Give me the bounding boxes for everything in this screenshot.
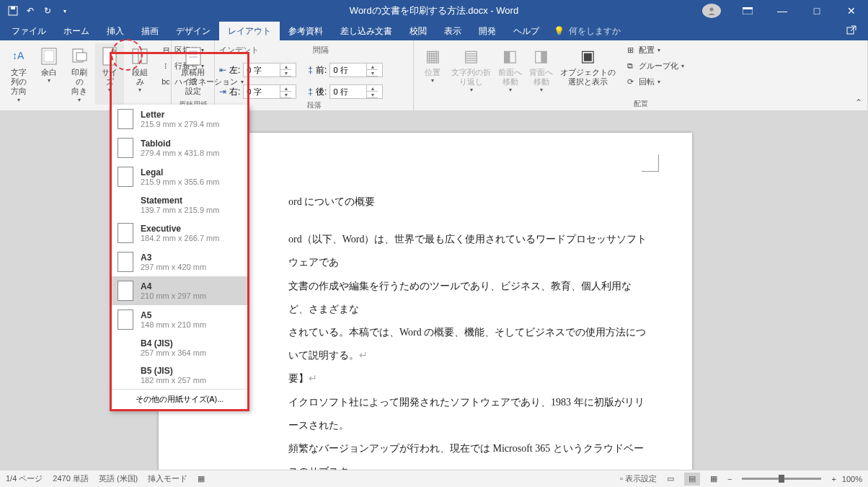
user-avatar[interactable] [702, 4, 721, 18]
page-size-dropdown: Letter215.9 mm x 279.4 mmTabloid279.4 mm… [110, 105, 249, 411]
status-bar: 1/4 ページ 2470 単語 英語 (米国) 挿入モード ▦ ▫ 表示設定 ▭… [0, 470, 868, 487]
spacing-after-icon: ‡ [308, 87, 313, 97]
position-button: ▦位置▾ [418, 43, 447, 95]
text-direction-button[interactable]: ↕A 文字列の 方向 ▾ [4, 43, 33, 105]
indent-right-icon: ⇥ [219, 87, 226, 97]
maximize-button[interactable]: □ [800, 0, 833, 22]
rotate-icon: ⟳ [624, 76, 636, 87]
chevron-down-icon: ▾ [78, 97, 81, 104]
menu-design[interactable]: デザイン [167, 22, 219, 40]
minimize-button[interactable]: — [766, 0, 799, 22]
indent-left-input[interactable]: ▲▼ [243, 63, 296, 77]
close-button[interactable]: ✕ [835, 0, 868, 22]
svg-rect-14 [186, 48, 200, 65]
size-button[interactable]: サイズ ▾ [95, 43, 124, 105]
repeat-icon[interactable]: ↻ [42, 5, 53, 17]
size-option-legal[interactable]: Legal215.9 mm x 355.6 mm [112, 162, 247, 191]
send-backward-button: ◨背面へ 移動▾ [526, 43, 556, 95]
size-option-b4jis[interactable]: B4 (JIS)257 mm x 364 mm [112, 334, 247, 361]
size-option-letter[interactable]: Letter215.9 mm x 279.4 mm [112, 105, 247, 133]
menu-mailings[interactable]: 差し込み文書 [332, 22, 401, 40]
size-option-b5jis[interactable]: B5 (JIS)182 mm x 257 mm [112, 361, 247, 389]
hyphenation-icon: bc [160, 76, 172, 87]
language-indicator[interactable]: 英語 (米国) [99, 473, 138, 484]
collapse-ribbon-icon[interactable]: ⌃ [855, 97, 862, 108]
menu-view[interactable]: 表示 [435, 22, 470, 40]
group-button: ⧉グループ化▾ [623, 59, 686, 72]
align-button[interactable]: ⊞配置▾ [623, 43, 686, 56]
macro-icon[interactable]: ▦ [198, 474, 205, 483]
svg-rect-4 [743, 7, 753, 9]
corner-mark [642, 154, 659, 172]
menu-draw[interactable]: 描画 [133, 22, 167, 40]
size-option-a4[interactable]: A4210 mm x 297 mm [112, 276, 247, 305]
menu-file[interactable]: ファイル [3, 22, 55, 40]
title-bar: ↶ ↻ ▾ Wordの文書を印刷する方法.docx - Word — □ ✕ [0, 0, 868, 22]
display-settings[interactable]: ▫ 表示設定 [620, 473, 657, 484]
qat-customize-icon[interactable]: ▾ [59, 5, 71, 17]
selection-pane-icon: ▣ [577, 45, 600, 68]
insert-mode[interactable]: 挿入モード [148, 473, 187, 484]
menu-bar: ファイル ホーム 挿入 描画 デザイン レイアウト 参考資料 差し込み文書 校閲… [0, 22, 868, 40]
indent-right-input[interactable]: ▲▼ [243, 84, 296, 99]
menu-insert[interactable]: 挿入 [98, 22, 133, 40]
share-button[interactable] [846, 25, 865, 38]
spacing-after-input[interactable]: ▲▼ [329, 84, 383, 99]
zoom-slider[interactable] [742, 478, 821, 480]
page-preview-icon [118, 109, 133, 129]
menu-review[interactable]: 校閲 [401, 22, 435, 40]
page-indicator[interactable]: 1/4 ページ [6, 473, 43, 484]
menu-help[interactable]: ヘルプ [505, 22, 548, 40]
tell-me[interactable]: 💡 何をしますか [554, 25, 621, 38]
size-option-a3[interactable]: A3297 mm x 420 mm [112, 247, 247, 276]
svg-rect-1 [11, 6, 15, 9]
orientation-button[interactable]: 印刷の 向き ▾ [65, 43, 94, 105]
word-count[interactable]: 2470 単語 [53, 473, 89, 484]
group-arrange-label: 配置 [418, 97, 863, 109]
size-option-executive[interactable]: Executive184.2 mm x 266.7 mm [112, 219, 247, 247]
rotate-button: ⟳回転▾ [623, 75, 686, 88]
size-option-statement[interactable]: Statement139.7 mm x 215.9 mm [112, 191, 247, 219]
menu-layout[interactable]: レイアウト [219, 22, 280, 40]
size-option-tabloid[interactable]: Tabloid279.4 mm x 431.8 mm [112, 133, 247, 162]
zoom-in-button[interactable]: + [831, 475, 836, 483]
text-direction-icon: ↕A [7, 45, 30, 68]
chevron-down-icon: ▾ [108, 87, 111, 94]
menu-home[interactable]: ホーム [55, 22, 98, 40]
manuscript-button[interactable]: 原稿用紙 設定 [176, 43, 210, 98]
chevron-down-icon: ▾ [138, 87, 141, 94]
svg-rect-13 [141, 49, 147, 63]
margins-button[interactable]: 余白 ▾ [35, 43, 63, 105]
web-layout-view[interactable]: ▦ [706, 473, 722, 486]
position-icon: ▦ [421, 45, 444, 68]
page-preview-icon [118, 167, 133, 187]
save-icon[interactable] [7, 5, 19, 17]
margins-icon [37, 45, 61, 68]
ribbon-display-icon[interactable] [731, 0, 764, 22]
spacing-before-input[interactable]: ▲▼ [329, 63, 383, 77]
orientation-icon [68, 45, 91, 68]
more-paper-sizes[interactable]: その他の用紙サイズ(A)... [112, 389, 247, 409]
page-preview-icon [118, 281, 133, 301]
menu-developer[interactable]: 開発 [470, 22, 505, 40]
align-icon: ⊞ [624, 44, 636, 56]
columns-button[interactable]: 段組み ▾ [125, 43, 154, 105]
zoom-level[interactable]: 100% [842, 475, 862, 483]
zoom-out-button[interactable]: − [727, 475, 732, 483]
undo-icon[interactable]: ↶ [25, 5, 36, 17]
page-preview-icon [118, 223, 133, 243]
size-option-a5[interactable]: A5148 mm x 210 mm [112, 305, 247, 334]
ribbon: ↕A 文字列の 方向 ▾ 余白 ▾ 印刷の 向き ▾ サイズ ▾ 段組み [0, 40, 868, 111]
menu-references[interactable]: 参考資料 [280, 22, 332, 40]
group-icon: ⧉ [624, 60, 636, 71]
page-preview-icon [118, 252, 133, 272]
selection-pane-button[interactable]: ▣オブジェクトの 選択と表示 [557, 43, 619, 95]
lightbulb-icon: 💡 [554, 26, 564, 36]
line-numbers-icon: ⫶ [160, 60, 172, 71]
indent-left-icon: ⇤ [219, 65, 226, 75]
svg-text:↕A: ↕A [12, 50, 25, 61]
read-mode-view[interactable]: ▭ [663, 473, 678, 486]
print-layout-view[interactable]: ▤ [684, 473, 700, 486]
svg-point-2 [710, 8, 714, 12]
svg-rect-5 [847, 27, 854, 34]
